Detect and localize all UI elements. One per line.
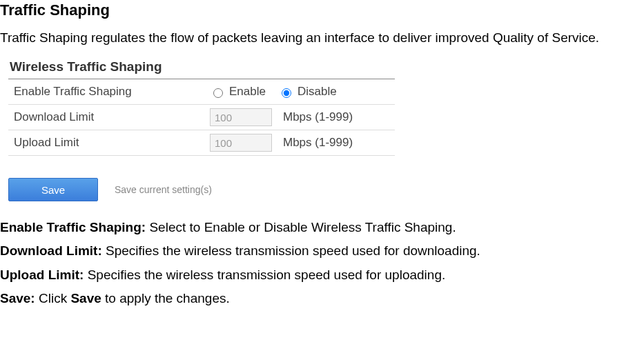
enable-option-text: Enable [229,85,266,99]
def-save-term: Save: [0,291,35,305]
row-download: Download Limit Mbps (1-999) [8,105,395,130]
disable-radio-label[interactable]: Disable [278,85,337,99]
def-save-term2: Save [70,291,101,305]
def-save-pre: Click [35,291,71,305]
def-download: Download Limit: Specifies the wireless t… [0,240,644,262]
download-control: Mbps (1-999) [210,107,395,128]
settings-panel: Wireless Traffic Shaping Enable Traffic … [8,57,395,156]
def-enable-text: Select to Enable or Disable Wireless Tra… [146,220,456,234]
enable-radio-label[interactable]: Enable [210,85,266,99]
row-upload: Upload Limit Mbps (1-999) [8,130,395,156]
save-hint: Save current setting(s) [115,184,212,195]
upload-control: Mbps (1-999) [210,132,395,153]
def-enable: Enable Traffic Shaping: Select to Enable… [0,217,644,239]
upload-input[interactable] [210,134,272,152]
page-title: Traffic Shaping [0,1,644,19]
enable-label: Enable Traffic Shaping [8,82,210,101]
def-save: Save: Click Save to apply the changes. [0,288,644,310]
intro-text: Traffic Shaping regulates the flow of pa… [0,30,644,46]
def-download-text: Specifies the wireless transmission spee… [102,243,480,258]
disable-radio[interactable] [282,88,291,98]
disable-option-text: Disable [297,85,337,99]
def-upload: Upload Limit: Specifies the wireless tra… [0,264,644,286]
save-button[interactable]: Save [8,178,98,201]
def-upload-term: Upload Limit: [0,268,84,282]
download-input[interactable] [210,108,272,126]
def-enable-term: Enable Traffic Shaping: [0,220,146,234]
def-save-post: to apply the changes. [101,291,230,305]
enable-radio[interactable] [213,88,223,98]
panel-heading: Wireless Traffic Shaping [8,57,395,79]
download-unit: Mbps (1-999) [283,110,353,124]
upload-unit: Mbps (1-999) [283,136,353,150]
row-enable: Enable Traffic Shaping Enable Disable [8,79,395,105]
download-label: Download Limit [8,108,210,127]
def-download-term: Download Limit: [0,243,102,258]
definitions: Enable Traffic Shaping: Select to Enable… [0,217,644,310]
upload-label: Upload Limit [8,133,210,152]
enable-control: Enable Disable [210,83,395,100]
def-upload-text: Specifies the wireless transmission spee… [84,268,445,282]
save-row: Save Save current setting(s) [8,178,644,201]
